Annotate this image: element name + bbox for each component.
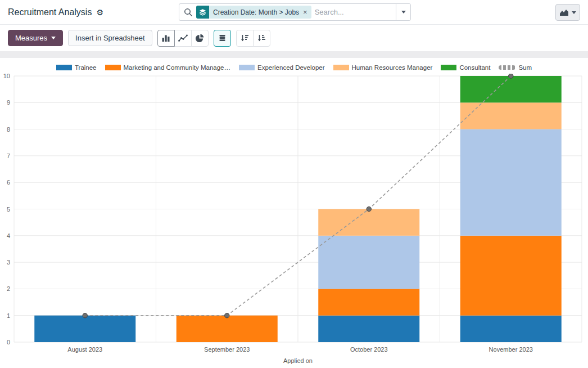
y-tick-label: 10 [3,74,10,79]
bar-segment[interactable] [460,102,562,129]
search-facet[interactable]: Creation Date: Month > Jobs × [196,6,311,19]
y-tick-label: 6 [7,179,10,186]
view-switcher-graph-button[interactable] [555,4,580,21]
y-tick-label: 4 [7,232,10,239]
legend-item[interactable]: Experienced Developer [239,64,325,71]
legend-item[interactable]: Consultant [441,64,490,71]
y-tick-label: 1 [7,312,10,319]
legend-item[interactable]: Trainee [56,64,97,71]
insert-in-spreadsheet-label: Insert in Spreadsheet [75,34,145,42]
search-icon [184,8,193,17]
sum-point[interactable] [225,313,229,318]
section-divider [0,51,588,58]
pie-chart-button[interactable] [191,30,209,47]
measures-button[interactable]: Measures [8,30,63,46]
recruitment-analysis-chart: 012345678910August 2023September 2023Oct… [0,74,588,368]
page-title: Recruitment Analysis [8,7,92,17]
top-bar: Recruitment Analysis ⚙ Creation Date: Mo… [0,0,588,25]
facet-remove-icon[interactable]: × [303,8,311,16]
sort-ascending-button[interactable] [253,30,270,47]
bar-chart-icon [161,34,170,42]
bar-chart-button[interactable] [157,30,175,47]
x-tick-label: September 2023 [204,346,250,353]
legend-swatch [56,65,72,70]
legend-label: Consultant [459,64,490,71]
sort-descending-button[interactable] [236,30,254,47]
legend-item[interactable]: Sum [499,64,532,71]
chart-section: TraineeMarketing and Community Manage…Ex… [0,58,588,368]
chevron-down-icon [572,11,576,14]
sort-ascending-icon [257,34,266,42]
x-axis-title: Applied on [283,357,313,364]
sum-point[interactable] [83,313,87,318]
legend-swatch [239,65,255,70]
bar-segment[interactable] [460,316,562,342]
bar-segment[interactable] [318,289,419,315]
y-tick-label: 2 [7,285,10,292]
legend-swatch [333,65,349,70]
bar-segment[interactable] [318,209,419,236]
gear-icon[interactable]: ⚙ [96,8,103,16]
x-tick-label: October 2023 [350,346,388,353]
legend-swatch [441,65,456,70]
line-chart-button[interactable] [174,30,192,47]
legend-item[interactable]: Human Resources Manager [333,64,433,71]
stacked-toggle-button[interactable] [214,30,231,47]
chevron-down-icon [51,37,56,39]
area-chart-icon [559,9,569,16]
bar-segment[interactable] [177,316,278,342]
y-tick-label: 8 [7,126,10,133]
bar-segment[interactable] [318,236,419,289]
y-tick-label: 0 [7,339,10,345]
sort-descending-icon [240,34,249,42]
legend-swatch [105,65,121,70]
search-main: Creation Date: Month > Jobs × [179,4,396,20]
x-tick-label: August 2023 [67,346,102,353]
y-tick-label: 9 [7,99,10,106]
legend-label: Marketing and Community Manage… [124,64,230,71]
search-bar[interactable]: Creation Date: Month > Jobs × [179,3,411,21]
sort-group [236,30,270,47]
legend-label: Sum [518,64,532,71]
legend-label: Human Resources Manager [352,64,433,71]
bar-segment[interactable] [460,76,562,102]
legend-label: Experienced Developer [257,64,325,71]
chart-type-group [157,30,209,47]
chart-legend: TraineeMarketing and Community Manage…Ex… [0,58,588,74]
bar-segment[interactable] [318,316,419,342]
bar-segment[interactable] [34,316,135,342]
facet-label: Creation Date: Month > Jobs [209,8,303,16]
y-tick-label: 3 [7,259,10,266]
pie-chart-icon [195,34,204,43]
y-tick-label: 7 [7,152,10,159]
legend-label: Trainee [75,64,97,71]
search-dropdown-button[interactable] [396,4,410,20]
bar-segment[interactable] [460,129,562,236]
x-tick-label: November 2023 [489,346,533,353]
y-tick-label: 5 [7,206,10,213]
measures-label: Measures [15,34,47,42]
insert-in-spreadsheet-button[interactable]: Insert in Spreadsheet [68,30,152,46]
sum-point[interactable] [367,207,371,211]
line-chart-icon [178,34,188,42]
bar-segment[interactable] [460,236,562,316]
search-input[interactable] [315,8,393,16]
group-by-layers-icon [196,6,209,19]
legend-swatch-dashed [499,65,515,70]
sum-point[interactable] [509,74,513,78]
stacked-bars-icon [218,34,227,42]
legend-item[interactable]: Marketing and Community Manage… [105,64,230,71]
chevron-down-icon [401,11,406,14]
graph-toolbar: Measures Insert in Spreadsheet [0,25,588,51]
